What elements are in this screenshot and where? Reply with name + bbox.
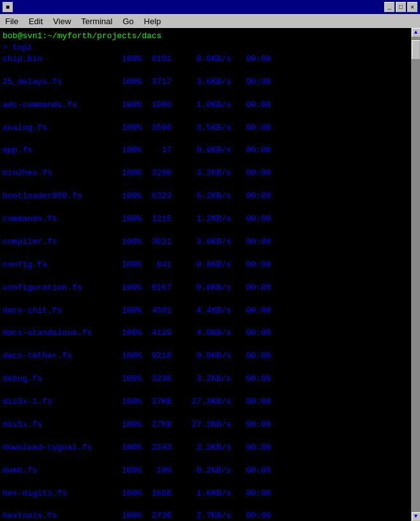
file-row: download-cygnal.fs 100% 2243 2.2KB/s 00:… (3, 442, 409, 453)
file-row: bootloader850.fs 100% 6323 6.2KB/s 00:00 (3, 190, 409, 202)
close-button[interactable]: ✕ (407, 2, 417, 12)
menu-help[interactable]: Help (139, 15, 166, 27)
menu-edit[interactable]: Edit (24, 15, 48, 27)
file-row: dis5x-1.fs 100% 27KB 27.3KB/s 00:00 (3, 396, 409, 408)
maximize-button[interactable]: □ (396, 2, 406, 12)
file-row: hextools.fs 100% 2736 2.7KB/s 00:00 (3, 510, 409, 521)
terminal-window: ■ _ □ ✕ File Edit View Terminal Go Help … (0, 0, 420, 521)
title-bar: ■ _ □ ✕ (0, 0, 420, 14)
menu-go[interactable]: Go (117, 15, 138, 27)
file-row: 25_delays.fs 100% 3717 3.6KB/s 00:00 (3, 76, 409, 88)
menu-bar: File Edit View Terminal Go Help (0, 14, 420, 28)
minimize-button[interactable]: _ (384, 2, 395, 12)
file-row: dacs-init.fs 100% 4501 4.4KB/s 00:00 (3, 305, 409, 317)
file-row: adc-commands.fs 100% 1006 1.0KB/s 00:00 (3, 99, 409, 111)
window-icon: ■ (3, 2, 13, 12)
file-row: app.fs 100% 17 0.0KB/s 00:00 (3, 145, 409, 156)
title-bar-left: ■ (3, 2, 13, 12)
file-row: bin2hex.fs 100% 3298 3.2KB/s 00:00 (3, 168, 409, 179)
scroll-track (412, 37, 420, 512)
file-row: hex-digits.fs 100% 1608 1.6KB/s 00:00 (3, 488, 409, 499)
file-row: config.fs 100% 841 0.8KB/s 00:00 (3, 259, 409, 271)
file-row: dumb.fs 100% 190 0.2KB/s 00:00 (3, 465, 409, 476)
file-row: commands.fs 100% 1215 1.2KB/s 00:00 (3, 213, 409, 225)
menu-terminal[interactable]: Terminal (76, 15, 117, 27)
scroll-down-button[interactable]: ▼ (412, 512, 421, 521)
title-bar-buttons: _ □ ✕ (384, 2, 417, 12)
prompt-line1: bob@svn1:~/myforth/projects/dacs (3, 31, 162, 41)
menu-file[interactable]: File (0, 15, 24, 27)
file-row: compiler.fs 100% 3021 3.0KB/s 00:00 (3, 236, 409, 248)
file-row: analog.fs 100% 3590 3.5KB/s 00:00 (3, 122, 409, 134)
terminal-area: bob@svn1:~/myforth/projects/dacs > topi … (0, 28, 420, 521)
file-row: dis5x.fs 100% 27KB 27.3KB/s 00:00 (3, 419, 409, 431)
scroll-up-button[interactable]: ▲ (412, 28, 421, 37)
terminal-content[interactable]: bob@svn1:~/myforth/projects/dacs > topi … (0, 28, 411, 521)
file-row: dacs-standalone.fs 100% 4129 4.0KB/s 00:… (3, 327, 409, 339)
scrollbar: ▲ ▼ (411, 28, 420, 521)
file-row: dacs-tether.fs 100% 9218 9.0KB/s 00:00 (3, 350, 409, 362)
file-row: debug.fs 100% 3230 3.2KB/s 00:00 (3, 373, 409, 385)
scroll-thumb[interactable] (412, 40, 420, 59)
file-row: chip.bin 100% 8191 8.0KB/s 00:00 (3, 54, 409, 65)
command-line: > topi (3, 43, 33, 52)
file-row: configuration.fs 100% 9167 9.0KB/s 00:00 (3, 282, 409, 294)
menu-view[interactable]: View (48, 15, 76, 27)
